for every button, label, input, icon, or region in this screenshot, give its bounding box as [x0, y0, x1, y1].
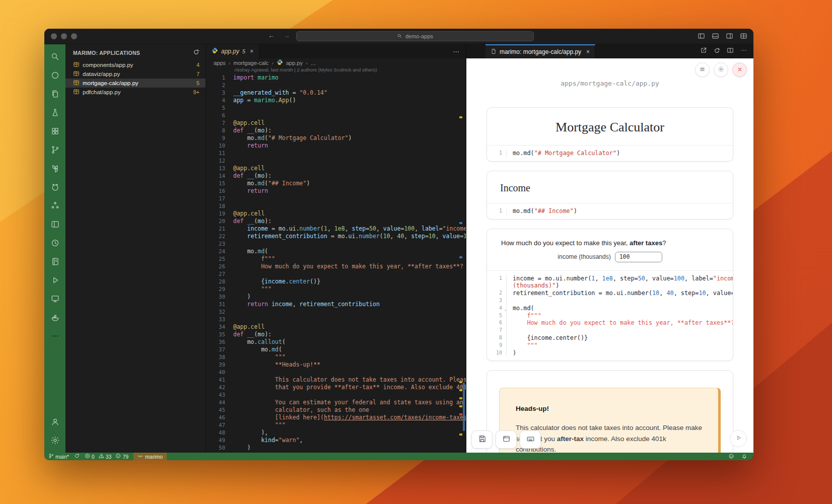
titlebar[interactable]: ← → demo-apps: [44, 29, 753, 44]
cell-income-card[interactable]: Income 1mo.md("## Income"): [487, 171, 733, 220]
menu-button[interactable]: [695, 62, 710, 77]
close-tab-icon[interactable]: ×: [250, 48, 253, 55]
code-line: 37 mo.md(: [206, 346, 466, 353]
marimo-preview-group: marimo: mortgage-calc/app.py ×: [466, 44, 753, 453]
code-line: 7@app.cell: [206, 119, 466, 127]
run-icon[interactable]: [45, 271, 64, 290]
income-number-input[interactable]: [615, 252, 662, 262]
problems-item[interactable]: 0 33 79: [85, 453, 128, 460]
close-window-button[interactable]: [51, 33, 57, 39]
extensions-icon[interactable]: [45, 122, 64, 140]
close-tab-icon[interactable]: ×: [586, 48, 590, 55]
code-line: 36 mo.callout(: [206, 338, 466, 346]
forward-arrow-icon[interactable]: →: [283, 31, 290, 39]
open-in-browser-button[interactable]: [496, 430, 517, 449]
account-icon[interactable]: [45, 412, 64, 431]
breadcrumb-symbol[interactable]: …: [311, 60, 316, 66]
reload-preview-icon[interactable]: [714, 47, 720, 56]
tab-app-py[interactable]: app.py 5 ×: [206, 44, 259, 58]
history-nav[interactable]: ← →: [268, 31, 290, 39]
breadcrumb-folder[interactable]: mortgage-calc: [234, 60, 269, 66]
marimo-ring-icon[interactable]: [45, 66, 64, 85]
more-actions-icon[interactable]: [740, 47, 747, 56]
cell-code[interactable]: 1mo.md("# Mortgage Calculator"): [487, 145, 733, 161]
code-line: 48 ),: [206, 429, 466, 437]
toggle-secondary-sidebar-icon[interactable]: [726, 32, 733, 42]
customize-layout-icon[interactable]: [740, 32, 747, 42]
refresh-icon[interactable]: [193, 49, 199, 56]
more-icon[interactable]: [45, 327, 64, 345]
breadcrumb[interactable]: apps › mortgage-calc › app.py › …: [206, 58, 466, 67]
error-count: 0: [92, 454, 95, 460]
terraform-icon[interactable]: [45, 159, 64, 178]
keyboard-shortcuts-button[interactable]: [520, 430, 541, 449]
keyboard-icon: [526, 435, 535, 445]
activity-bar: [44, 44, 65, 453]
gems-icon[interactable]: [45, 196, 64, 215]
editor-tab-bar: app.py 5 × ⋯: [206, 44, 466, 58]
code-line: 10 return: [206, 142, 466, 150]
git-branch-icon[interactable]: [45, 140, 64, 159]
play-icon: [735, 434, 742, 444]
file-row-dataviz-app-py[interactable]: dataviz/app.py7: [65, 69, 205, 79]
code-line: 23: [206, 240, 466, 248]
remote-icon[interactable]: [45, 290, 64, 308]
breadcrumb-root[interactable]: apps: [214, 60, 226, 66]
history-icon[interactable]: [45, 234, 64, 252]
cell-code[interactable]: 1income = mo.ui.number(1, 1e8, step=50, …: [487, 270, 733, 361]
overview-ruler[interactable]: [459, 76, 466, 453]
toggle-sidebar-icon[interactable]: [698, 32, 705, 42]
file-row-components-app-py[interactable]: components/app.py4: [65, 60, 205, 69]
settings-button[interactable]: [714, 62, 728, 77]
cell-title-card[interactable]: Mortgage Calculator 1mo.md("# Mortgage C…: [487, 107, 733, 162]
window-controls[interactable]: [51, 33, 77, 39]
marimo-label: marimo: [145, 454, 163, 460]
toggle-panel-icon[interactable]: [712, 32, 719, 42]
code-line: 15 mo.md("## Income"): [206, 180, 466, 187]
feedback-icon[interactable]: [728, 453, 734, 460]
minimize-window-button[interactable]: [61, 33, 67, 39]
settings-icon[interactable]: [45, 431, 64, 450]
sync-changes-item[interactable]: [74, 453, 80, 460]
code-line: 10): [487, 349, 733, 357]
file-icon: [491, 48, 497, 56]
beaker-icon[interactable]: [45, 103, 64, 122]
open-external-icon[interactable]: [700, 47, 707, 56]
breadcrumb-file[interactable]: app.py: [286, 60, 303, 66]
more-actions-icon[interactable]: ⋯: [453, 48, 460, 55]
notebook-icon[interactable]: [45, 252, 64, 271]
desktop-background: ← → demo-apps: [0, 0, 832, 504]
files-icon[interactable]: [45, 85, 64, 103]
command-center-search[interactable]: demo-apps: [296, 31, 534, 41]
git-branch-item[interactable]: main*: [48, 453, 69, 460]
cell-code[interactable]: 1mo.md("## Income"): [487, 203, 733, 219]
file-row-mortgage-calc-app-py[interactable]: mortgage-calc/app.py5: [65, 79, 205, 88]
notifications-bell-icon[interactable]: [741, 453, 747, 460]
docker-icon[interactable]: [45, 308, 64, 327]
callout-paragraph: This calculator does not take taxes into…: [516, 422, 702, 453]
marimo-status-item[interactable]: marimo: [133, 453, 167, 460]
file-name: mortgage-calc/app.py: [83, 80, 138, 86]
code-editor[interactable]: 1import marimo23__generated_with = "0.0.…: [206, 74, 466, 453]
github-icon[interactable]: [45, 178, 64, 196]
code-line: 50 ): [206, 444, 466, 452]
chevron-right-icon: ›: [229, 60, 231, 66]
tab-problem-badge: 5: [242, 48, 245, 54]
file-row-pdfchat-app-py[interactable]: pdfchat/app.py9+: [65, 88, 205, 97]
back-arrow-icon[interactable]: ←: [268, 31, 275, 39]
layout-icon[interactable]: [45, 215, 64, 234]
shutdown-button[interactable]: [732, 62, 747, 77]
editor-more-actions[interactable]: ⋯: [453, 44, 466, 58]
status-bar: main* 0 33 79 marimo: [44, 453, 753, 460]
search-icon[interactable]: [45, 47, 64, 66]
run-app-button[interactable]: [730, 430, 747, 447]
save-button[interactable]: [471, 430, 493, 449]
code-line: 19@app.cell: [206, 210, 466, 218]
split-editor-icon[interactable]: [727, 47, 734, 56]
code-line: 27: [206, 270, 466, 278]
cell-input-card[interactable]: How much do you expect to make this year…: [487, 229, 733, 362]
maximize-window-button[interactable]: [71, 33, 77, 39]
warning-icon: [99, 453, 104, 460]
marimo-app-icon: [73, 80, 80, 87]
tab-marimo-preview[interactable]: marimo: mortgage-calc/app.py ×: [486, 44, 595, 58]
